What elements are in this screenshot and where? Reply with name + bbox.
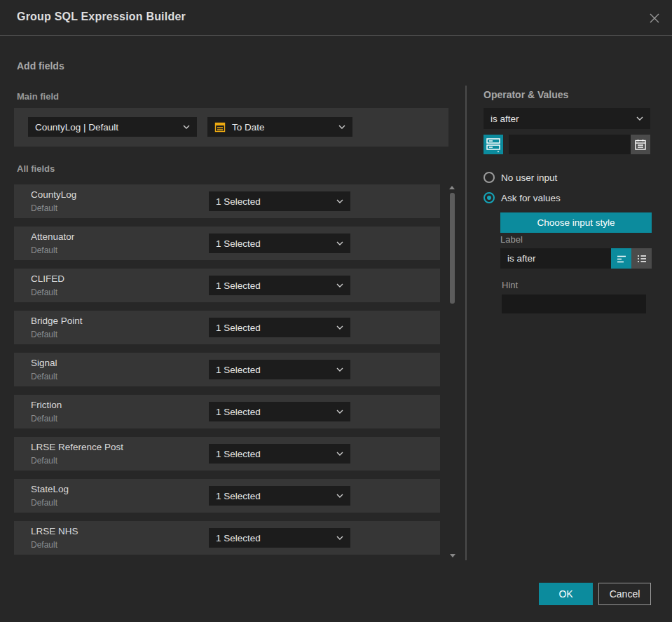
radio-no-user-input-label: No user input bbox=[501, 173, 557, 183]
field-selection-dropdown[interactable]: 1 Selected bbox=[209, 318, 350, 337]
field-row: LRSE NHS Default 1 Selected bbox=[14, 521, 440, 555]
main-field-panel: CountyLog | Default To Date bbox=[14, 108, 448, 147]
value-list-picker-button[interactable] bbox=[484, 135, 503, 154]
field-selection-dropdown[interactable]: 1 Selected bbox=[209, 191, 350, 211]
main-field-label: Main field bbox=[17, 91, 59, 102]
field-row: LRSE Reference Post Default 1 Selected bbox=[14, 437, 440, 471]
label-field-label: Label bbox=[500, 234, 523, 245]
chevron-down-icon bbox=[336, 410, 343, 414]
chevron-down-icon bbox=[336, 367, 343, 372]
dialog-title: Group SQL Expression Builder bbox=[17, 11, 186, 23]
field-type: Default bbox=[31, 372, 57, 381]
dialog-header: Group SQL Expression Builder bbox=[0, 0, 672, 36]
field-selection-value: 1 Selected bbox=[216, 238, 261, 249]
main-date-dropdown[interactable]: To Date bbox=[207, 117, 352, 137]
panel-divider bbox=[465, 86, 467, 560]
field-selection-dropdown[interactable]: 1 Selected bbox=[209, 444, 350, 464]
date-value-input[interactable] bbox=[509, 135, 631, 154]
chevron-down-icon bbox=[336, 283, 343, 288]
field-selection-value: 1 Selected bbox=[216, 323, 261, 333]
ok-button[interactable]: OK bbox=[539, 583, 593, 605]
operator-values-heading: Operator & Values bbox=[484, 89, 568, 100]
chevron-down-icon bbox=[338, 125, 345, 129]
field-selection-dropdown[interactable]: 1 Selected bbox=[209, 360, 350, 379]
hint-input[interactable] bbox=[502, 295, 646, 313]
field-selection-value: 1 Selected bbox=[216, 533, 261, 543]
field-type: Default bbox=[31, 203, 57, 213]
radio-ask-for-values-label: Ask for values bbox=[501, 193, 561, 203]
field-name: Signal bbox=[31, 358, 57, 368]
field-row: StateLog Default 1 Selected bbox=[14, 479, 440, 513]
list-input-style-button[interactable] bbox=[631, 248, 652, 269]
value-list-picker-icon bbox=[486, 136, 501, 153]
chevron-down-icon bbox=[336, 199, 343, 203]
field-row: Bridge Point Default 1 Selected bbox=[14, 311, 440, 344]
scrollbar-down-arrow[interactable] bbox=[450, 554, 455, 557]
list-input-icon bbox=[636, 252, 648, 265]
field-selection-dropdown[interactable]: 1 Selected bbox=[209, 276, 350, 295]
choose-input-style-button[interactable]: Choose input style bbox=[500, 212, 652, 233]
all-fields-label: All fields bbox=[17, 163, 55, 174]
field-type: Default bbox=[31, 540, 57, 550]
field-selection-dropdown[interactable]: 1 Selected bbox=[209, 402, 350, 421]
radio-circle[interactable] bbox=[484, 192, 495, 203]
operator-dropdown[interactable]: is after bbox=[484, 108, 650, 129]
group-sql-expression-builder-dialog: Group SQL Expression Builder Add fields … bbox=[0, 0, 672, 622]
calendar-picker-button[interactable] bbox=[631, 135, 650, 154]
hint-field-label: Hint bbox=[502, 280, 518, 290]
field-type: Default bbox=[31, 330, 57, 339]
field-type: Default bbox=[31, 456, 57, 466]
field-name: Attenuator bbox=[31, 231, 74, 242]
chevron-down-icon bbox=[336, 536, 343, 540]
field-row: Attenuator Default 1 Selected bbox=[14, 227, 440, 260]
calendar-icon bbox=[214, 121, 226, 133]
field-selection-dropdown[interactable]: 1 Selected bbox=[209, 528, 350, 548]
label-input[interactable] bbox=[500, 248, 611, 269]
cancel-button[interactable]: Cancel bbox=[598, 583, 651, 605]
field-name: CLIFED bbox=[31, 273, 64, 284]
single-line-input-style-button[interactable] bbox=[611, 248, 631, 269]
scrollbar-up-arrow[interactable] bbox=[449, 186, 455, 189]
field-selection-value: 1 Selected bbox=[216, 449, 261, 459]
field-selection-dropdown[interactable]: 1 Selected bbox=[209, 234, 350, 253]
chevron-down-icon bbox=[336, 494, 343, 498]
operator-dropdown-value: is after bbox=[491, 114, 519, 124]
field-name: Friction bbox=[31, 400, 62, 410]
field-row: CLIFED Default 1 Selected bbox=[14, 269, 440, 302]
calendar-icon bbox=[634, 138, 647, 151]
field-row: CountyLog Default 1 Selected bbox=[14, 184, 440, 218]
field-selection-value: 1 Selected bbox=[216, 491, 261, 501]
field-name: Bridge Point bbox=[31, 316, 83, 326]
radio-ask-for-values[interactable]: Ask for values bbox=[484, 192, 561, 203]
main-date-dropdown-value: To Date bbox=[232, 122, 265, 133]
field-selection-value: 1 Selected bbox=[216, 407, 261, 417]
close-icon[interactable] bbox=[647, 11, 661, 25]
chevron-down-icon bbox=[336, 325, 343, 330]
radio-no-user-input[interactable]: No user input bbox=[484, 172, 557, 183]
chevron-down-icon bbox=[636, 116, 643, 121]
field-type: Default bbox=[31, 245, 57, 255]
field-row: Signal Default 1 Selected bbox=[14, 353, 440, 386]
field-name: CountyLog bbox=[31, 189, 76, 200]
chevron-down-icon bbox=[336, 241, 343, 245]
field-name: LRSE NHS bbox=[31, 526, 78, 536]
field-type: Default bbox=[31, 498, 57, 508]
field-selection-value: 1 Selected bbox=[216, 196, 261, 207]
main-field-dropdown-value: CountyLog | Default bbox=[35, 122, 118, 133]
single-line-input-icon bbox=[615, 252, 628, 265]
chevron-down-icon bbox=[336, 452, 343, 456]
add-fields-heading: Add fields bbox=[17, 60, 64, 72]
scrollbar-thumb[interactable] bbox=[450, 193, 455, 304]
field-name: StateLog bbox=[31, 484, 69, 494]
field-type: Default bbox=[31, 414, 57, 424]
main-field-dropdown[interactable]: CountyLog | Default bbox=[28, 117, 197, 137]
field-type: Default bbox=[31, 288, 57, 297]
radio-circle[interactable] bbox=[484, 172, 495, 183]
field-selection-dropdown[interactable]: 1 Selected bbox=[209, 486, 350, 506]
field-selection-value: 1 Selected bbox=[216, 280, 261, 291]
field-row: Friction Default 1 Selected bbox=[14, 395, 440, 428]
field-selection-value: 1 Selected bbox=[216, 365, 261, 375]
chevron-down-icon bbox=[183, 125, 190, 129]
field-name: LRSE Reference Post bbox=[31, 442, 123, 452]
all-fields-list: CountyLog Default 1 Selected Attenuator … bbox=[14, 184, 440, 563]
